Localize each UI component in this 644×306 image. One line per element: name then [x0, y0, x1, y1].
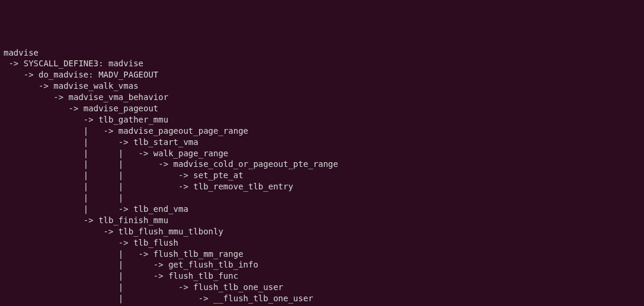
code-line-16: -> tlb_flush_mmu_tlbonly — [4, 226, 640, 237]
code-line-9: | | -> walk_page_range — [4, 148, 640, 159]
code-line-4: -> madvise_vma_behavior — [4, 92, 640, 103]
code-line-17: -> tlb_flush — [4, 237, 640, 249]
code-line-13: | | — [4, 192, 640, 204]
code-line-11: | | -> set_pte_at — [4, 170, 640, 181]
code-line-19: | -> get_flush_tlb_info — [4, 259, 640, 270]
code-line-3: -> madvise_walk_vmas — [4, 80, 640, 92]
code-line-18: | -> flush_tlb_mm_range — [4, 249, 640, 260]
code-line-15: -> tlb_finish_mmu — [4, 215, 640, 226]
code-line-6: -> tlb_gather_mmu — [4, 114, 640, 125]
code-line-12: | | -> tlb_remove_tlb_entry — [4, 181, 640, 192]
code-line-7: | -> madvise_pageout_page_range — [4, 125, 640, 137]
terminal-output: madvise -> SYSCALL_DEFINE3: madvise -> d… — [4, 47, 640, 306]
code-line-2: -> do_madvise: MADV_PAGEOUT — [4, 69, 640, 80]
code-line-0: madvise — [4, 47, 640, 59]
code-line-20: | -> flush_tlb_func — [4, 270, 640, 282]
code-line-5: -> madvise_pageout — [4, 103, 640, 114]
code-line-8: | -> tlb_start_vma — [4, 137, 640, 148]
code-line-10: | | -> madvise_cold_or_pageout_pte_range — [4, 159, 640, 170]
code-line-1: -> SYSCALL_DEFINE3: madvise — [4, 58, 640, 69]
code-line-22: | -> __flush_tlb_one_user — [4, 293, 640, 304]
code-line-14: | -> tlb_end_vma — [4, 204, 640, 215]
code-line-21: | -> flush_tlb_one_user — [4, 282, 640, 293]
